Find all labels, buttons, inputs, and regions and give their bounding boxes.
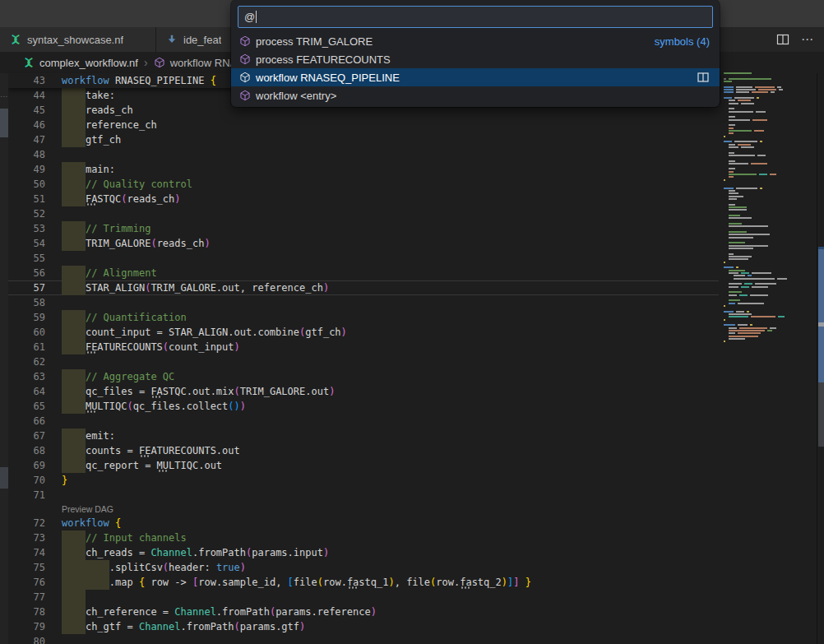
line-number: 79 xyxy=(8,619,45,634)
line-number: 72 xyxy=(8,516,45,530)
tab-label: ide_feat xyxy=(183,34,221,46)
left-strip-thumb[interactable] xyxy=(0,109,8,137)
line-number: 59 xyxy=(8,310,45,325)
text-caret xyxy=(256,11,257,23)
nextflow-icon xyxy=(10,34,21,45)
split-editor-icon[interactable] xyxy=(776,33,789,46)
line-number: 53 xyxy=(8,221,45,236)
code-line[interactable]: 70} xyxy=(8,473,719,488)
code-line[interactable]: 49main: xyxy=(8,162,719,177)
code-line[interactable]: 55 xyxy=(8,251,719,266)
minimap[interactable] xyxy=(724,72,817,352)
code-line[interactable]: 60count_input = STAR_ALIGN.out.combine(g… xyxy=(8,325,719,340)
line-number: 49 xyxy=(8,162,45,177)
scrollbar[interactable] xyxy=(817,73,824,644)
overflow-dots-icon[interactable]: ··· xyxy=(0,93,8,100)
tab-syntax-showcase[interactable]: syntax_showcase.nf xyxy=(0,27,156,52)
line-number: 44 xyxy=(8,88,45,103)
symbol-cube-icon xyxy=(239,72,251,83)
code-line[interactable]: 73// Input channels xyxy=(8,530,719,545)
code-line[interactable]: 77 xyxy=(8,590,719,605)
code-line[interactable]: 64qc_files = FASTQC.out.mix(TRIM_GALORE.… xyxy=(8,384,719,399)
quick-pick-input[interactable]: @ xyxy=(238,6,713,28)
code-line[interactable]: 57STAR_ALIGN(TRIM_GALORE.out, reference_… xyxy=(8,280,719,295)
line-number: 69 xyxy=(8,458,45,473)
code-line[interactable]: 78ch_reference = Channel.fromPath(params… xyxy=(8,605,719,619)
code-line[interactable]: 48 xyxy=(8,147,719,162)
code-line[interactable]: 76.map { row -> [row.sample_id, [file(ro… xyxy=(8,575,719,590)
code-line[interactable]: 46reference_ch xyxy=(8,118,719,132)
quick-pick-item-featurecounts[interactable]: process FEATURECOUNTS xyxy=(231,50,720,68)
code-line[interactable]: 59// Quantification xyxy=(8,310,719,325)
line-number: 47 xyxy=(8,132,45,147)
code-line[interactable]: 65MULTIQC(qc_files.collect()) xyxy=(8,399,719,414)
quick-pick-item-workflow-entry[interactable]: workflow <entry> xyxy=(231,86,720,104)
arrow-down-icon xyxy=(166,34,178,45)
code-line[interactable]: 80 xyxy=(8,634,719,644)
symbol-cube-icon xyxy=(239,35,251,47)
line-number: 43 xyxy=(8,73,45,88)
line-number: 63 xyxy=(8,369,45,384)
code-line[interactable]: 67emit: xyxy=(8,429,719,443)
left-strip-thumb-secondary[interactable] xyxy=(0,467,8,489)
symbol-cube-icon xyxy=(239,53,251,65)
quick-pick-item-rnaseq-pipeline[interactable]: workflow RNASEQ_PIPELINE xyxy=(231,68,720,86)
scrollbar-thumb[interactable] xyxy=(818,382,824,447)
code-line[interactable]: 66 xyxy=(8,414,719,429)
code-editor[interactable]: 43workflow RNASEQ_PIPELINE {44take:45rea… xyxy=(8,73,719,644)
line-number: 50 xyxy=(8,177,45,192)
code-line[interactable]: 56// Alignment xyxy=(8,266,719,280)
quick-pick-item-trim-galore[interactable]: process TRIM_GALORE symbols (4) xyxy=(231,32,720,50)
line-number: 68 xyxy=(8,443,45,458)
vscode-window: syntax_showcase.nf ide_feat ⋯ complex_wo… xyxy=(0,0,824,644)
code-line[interactable]: 74ch_reads = Channel.fromPath(params.inp… xyxy=(8,545,719,560)
line-number: 58 xyxy=(8,295,45,310)
line-number: 62 xyxy=(8,354,45,369)
code-line[interactable]: 79ch_gtf = Channel.fromPath(params.gtf) xyxy=(8,619,719,634)
line-number: 61 xyxy=(8,340,45,354)
breadcrumb-file[interactable]: complex_workflow.nf xyxy=(39,57,138,69)
line-number: 60 xyxy=(8,325,45,340)
item-label: workflow RNASEQ_PIPELINE xyxy=(256,72,400,84)
codelens-preview-dag[interactable]: Preview DAG xyxy=(62,503,113,516)
code-line[interactable]: 62 xyxy=(8,354,719,369)
line-number: 67 xyxy=(8,429,45,443)
quick-pick-overlay: @ process TRIM_GALORE symbols (4) proces… xyxy=(231,0,720,107)
code-line[interactable]: 69qc_report = MULTIQC.out xyxy=(8,458,719,473)
code-line[interactable]: 47gtf_ch xyxy=(8,132,719,147)
line-number: 56 xyxy=(8,266,45,280)
breadcrumb-separator: › xyxy=(143,56,149,69)
code-line[interactable]: 61FEATURECOUNTS(count_input) xyxy=(8,340,719,354)
item-label: process FEATURECOUNTS xyxy=(256,53,391,66)
line-number: 55 xyxy=(8,251,45,266)
more-actions-icon[interactable]: ⋯ xyxy=(801,32,814,47)
code-line[interactable]: 71 xyxy=(8,488,719,503)
overview-ruler-highlight xyxy=(818,249,824,382)
indent-highlight xyxy=(62,590,86,605)
code-line[interactable]: 68counts = FEATURECOUNTS.out xyxy=(8,443,719,458)
line-number: 78 xyxy=(8,605,45,619)
line-number: 57 xyxy=(8,280,45,295)
open-to-side-icon[interactable] xyxy=(697,71,710,84)
code-line[interactable]: 51FASTQC(reads_ch) xyxy=(8,192,719,206)
code-line[interactable]: 52 xyxy=(8,206,719,221)
code-line[interactable]: 50// Quality control xyxy=(8,177,719,192)
line-number: 64 xyxy=(8,384,45,399)
item-label: process TRIM_GALORE xyxy=(256,35,373,48)
line-number: 74 xyxy=(8,545,45,560)
code-line[interactable]: 54TRIM_GALORE(reads_ch) xyxy=(8,236,719,251)
code-line[interactable]: 72workflow { xyxy=(8,516,719,530)
code-line[interactable]: 63// Aggregate QC xyxy=(8,369,719,384)
code-line[interactable]: 58 xyxy=(8,295,719,310)
line-number: 46 xyxy=(8,118,45,132)
line-number: 80 xyxy=(8,634,45,644)
line-number: 52 xyxy=(8,206,45,221)
line-number: 54 xyxy=(8,236,45,251)
code-line[interactable]: 53// Trimming xyxy=(8,221,719,236)
code-line[interactable]: 75.splitCsv(header: true) xyxy=(8,560,719,575)
nextflow-icon xyxy=(23,57,35,68)
line-number: 76 xyxy=(8,575,45,590)
symbols-count-badge: symbols (4) xyxy=(655,35,710,48)
item-label: workflow <entry> xyxy=(256,90,336,102)
line-number: 75 xyxy=(8,560,45,575)
